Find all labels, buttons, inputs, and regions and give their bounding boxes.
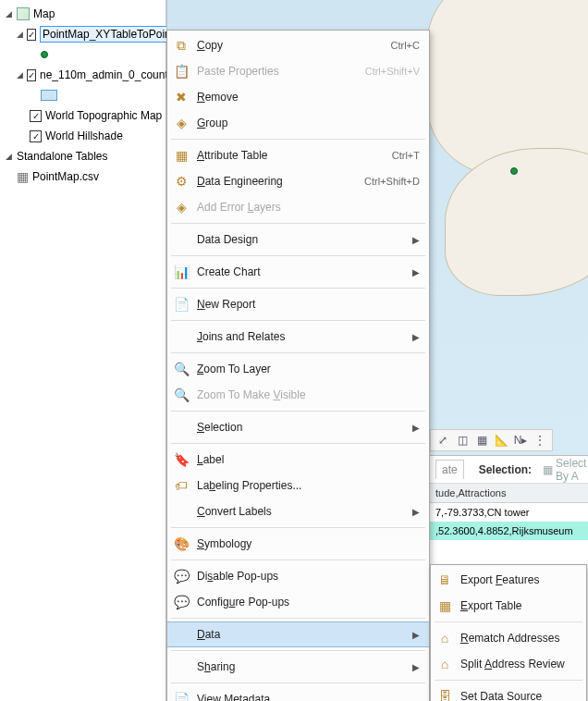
submenu-arrow-icon: ▶: [410, 423, 420, 433]
menu-convert-labels[interactable]: Convert Labels▶Convert Labels: [167, 498, 429, 524]
submenu-split-address-review[interactable]: ⌂Split Address ReviewSplit Address Revie…: [431, 651, 586, 677]
menu-data-design[interactable]: Data Design▶Data Design: [167, 227, 429, 252]
table-row[interactable]: 7,-79.3733,CN tower: [430, 503, 588, 522]
menu-create-chart[interactable]: 📊Create Chart▶: [167, 259, 429, 285]
polygon-symbol-icon: [41, 90, 57, 101]
table-row[interactable]: ,52.3600,4.8852,Rijksmuseum: [430, 522, 588, 540]
menu-data[interactable]: Data▶Data: [167, 621, 429, 647]
blank-icon: [173, 419, 190, 436]
collapse-icon[interactable]: ◢: [17, 30, 23, 39]
tab-fragment[interactable]: ate: [435, 460, 464, 479]
export-table-icon: ▦: [436, 597, 453, 614]
menu-labeling-properties[interactable]: 🏷Labeling Properties...Labeling Properti…: [167, 473, 429, 498]
selection-label: Selection:: [479, 463, 532, 476]
menu-configure-popups[interactable]: 💬Configure Pop-upsConfigure Pop-ups: [167, 589, 429, 615]
submenu-arrow-icon: ▶: [410, 630, 420, 640]
copy-icon: ⧉: [173, 37, 190, 54]
blank-icon: [173, 328, 190, 345]
menu-group[interactable]: ◈GroupGroup: [167, 110, 429, 136]
menu-separator: [171, 527, 425, 528]
visibility-checkbox[interactable]: ✓: [27, 29, 36, 41]
menu-symbology[interactable]: 🎨SymbologySymbology: [167, 531, 429, 557]
menu-separator: [171, 560, 425, 560]
menu-add-error-layers: ◈Add Error LayersAdd Error Layers: [167, 194, 429, 220]
label-props-icon: 🏷: [173, 477, 190, 494]
select-icon: ▦: [543, 463, 553, 476]
map-feature-point[interactable]: [510, 167, 518, 175]
layer-label: World Hillshade: [45, 129, 123, 142]
visibility-checkbox[interactable]: ✓: [27, 69, 36, 81]
snapping-icon[interactable]: ⋮: [532, 432, 548, 449]
visibility-checkbox[interactable]: ✓: [30, 130, 42, 142]
data-engineering-icon: ⚙: [173, 173, 190, 190]
menu-separator: [435, 621, 582, 622]
layer-symbol: [0, 44, 165, 65]
menu-separator: [171, 411, 425, 412]
blank-icon: [173, 626, 190, 643]
measure-icon[interactable]: 📐: [493, 432, 509, 449]
submenu-arrow-icon: ▶: [410, 235, 420, 245]
layer-pointmap[interactable]: ◢ ✓ PointMap_XYTableToPoint: [0, 24, 165, 44]
metadata-view-icon: 📄: [173, 691, 190, 701]
submenu-arrow-icon: ▶: [410, 267, 420, 277]
menu-separator: [171, 288, 425, 289]
symbology-icon: 🎨: [173, 535, 190, 552]
table-column-header[interactable]: tude,Attractions: [430, 484, 588, 503]
collapse-icon[interactable]: ◢: [17, 70, 23, 80]
layer-topographic[interactable]: ✓ World Topographic Map: [0, 105, 165, 126]
submenu-arrow-icon: ▶: [410, 662, 420, 672]
submenu-export-features[interactable]: 🖥Export FeaturesExport Features: [431, 567, 586, 593]
collapse-icon[interactable]: ◢: [4, 9, 13, 18]
rematch-icon: ⌂: [436, 630, 453, 646]
blank-icon: [173, 231, 190, 248]
menu-disable-popups[interactable]: 💬Disable Pop-upsDisable Pop-ups: [167, 563, 429, 589]
menu-selection[interactable]: Selection▶Selection: [167, 414, 429, 440]
layout-icon[interactable]: ◫: [454, 432, 471, 449]
explore-tool-icon[interactable]: ⤢: [435, 432, 451, 449]
menu-remove[interactable]: ✖RemoveRemove: [167, 84, 429, 110]
layer-countries[interactable]: ◢ ✓ ne_110m_admin_0_countries: [0, 65, 165, 85]
submenu-arrow-icon: ▶: [410, 332, 420, 342]
grid-icon[interactable]: ▦: [473, 432, 490, 449]
submenu-export-table[interactable]: ▦Export TableExport Table: [431, 593, 586, 619]
point-symbol-icon: [41, 51, 48, 58]
submenu-rematch-addresses[interactable]: ⌂Rematch AddressesRematch Addresses: [431, 625, 586, 651]
group-icon: ◈: [173, 115, 190, 131]
popup-off-icon: 💬: [173, 568, 190, 584]
north-arrow-icon[interactable]: N▸: [512, 432, 529, 449]
menu-sharing[interactable]: Sharing▶Sharing: [167, 654, 429, 680]
menu-new-report[interactable]: 📄New ReportNew Report: [167, 291, 429, 317]
table-icon: ▦: [173, 147, 190, 164]
menu-data-engineering[interactable]: ⚙Data EngineeringCtrl+Shift+DData Engine…: [167, 168, 429, 194]
report-icon: 📄: [173, 296, 190, 313]
paste-icon: 📋: [173, 63, 190, 80]
blank-icon: [173, 503, 190, 520]
layer-hillshade[interactable]: ✓ World Hillshade: [0, 126, 165, 146]
zoom-icon: 🔍: [173, 361, 190, 377]
data-submenu: 🖥Export FeaturesExport Features ▦Export …: [430, 564, 587, 701]
menu-zoom-to-layer[interactable]: 🔍Zoom To LayerZoom To Layer: [167, 356, 429, 382]
menu-attribute-table[interactable]: ▦Attribute TableCtrl+TAttribute Table: [167, 142, 429, 168]
table-icon: [17, 169, 29, 184]
selected-layer-label: PointMap_XYTableToPoint: [40, 26, 177, 43]
visibility-checkbox[interactable]: ✓: [30, 110, 42, 122]
table-label: PointMap.csv: [32, 170, 99, 183]
map-node[interactable]: ◢ Map: [0, 4, 165, 24]
remove-icon: ✖: [173, 89, 190, 105]
select-by-attributes-button[interactable]: ▦Select By A: [543, 457, 586, 483]
table-of-contents: ◢ Map ◢ ✓ PointMap_XYTableToPoint ◢ ✓ ne…: [0, 0, 166, 701]
standalone-tables-node[interactable]: ◢ Standalone Tables: [0, 146, 165, 166]
submenu-set-data-source[interactable]: 🗄Set Data SourceSet Data Source: [431, 683, 586, 701]
table-toolbar: ate Selection: ▦Select By A: [430, 456, 588, 484]
menu-joins-relates[interactable]: Joins and Relates▶Joins and Relates: [167, 324, 429, 350]
menu-label[interactable]: 🔖LabelLabel: [167, 447, 429, 473]
menu-view-metadata[interactable]: 📄View MetadataView Metadata: [167, 686, 429, 701]
menu-copy[interactable]: ⧉CCopyopyCtrl+C: [167, 32, 429, 58]
map-navigation-toolbar: ⤢ ◫ ▦ 📐 N▸ ⋮: [430, 429, 553, 451]
menu-separator: [171, 320, 425, 321]
zoom-visible-icon: 🔍: [173, 387, 190, 403]
table-pointmap-csv[interactable]: PointMap.csv: [0, 166, 165, 187]
layer-label: ne_110m_admin_0_countries: [40, 68, 186, 81]
collapse-icon[interactable]: ◢: [4, 152, 13, 161]
chart-icon: 📊: [173, 264, 190, 280]
